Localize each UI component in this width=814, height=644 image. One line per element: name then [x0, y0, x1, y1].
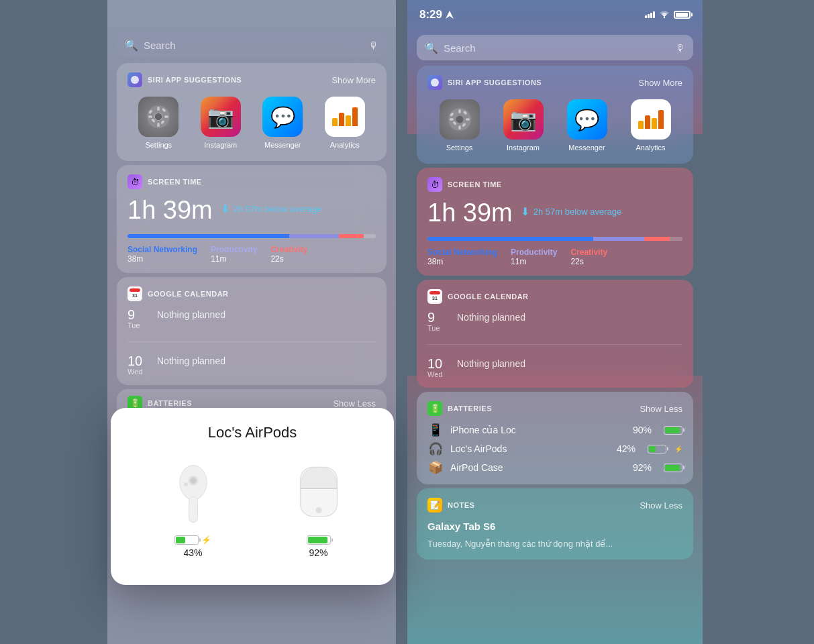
svg-point-17 [431, 78, 439, 87]
right-app-instagram[interactable]: 📷 Instagram [503, 99, 544, 152]
right-battery-iphone: 📱 iPhone của Loc 90% [427, 423, 682, 437]
svg-point-16 [664, 17, 665, 18]
airpods-items: ⚡ 43% 9 [127, 455, 378, 558]
airpods-battery-pct: 42% [617, 443, 635, 454]
right-cal-entry-0: 9 Tue Nothing planned [427, 311, 682, 332]
svg-point-34 [190, 478, 196, 484]
right-search-icon: 🔍 [425, 42, 438, 54]
right-app-messenger[interactable]: 💬 Messenger [567, 99, 607, 152]
right-cal-date-0: 9 Tue [427, 311, 448, 332]
right-screentime-duration: 1h 39m [427, 199, 513, 227]
left-calendar-header-left: 31 GOOGLE CALENDAR [128, 286, 229, 301]
left-cat-prod-time: 11m [211, 254, 257, 264]
right-notes-header: 📝 NOTES Show Less [427, 498, 682, 513]
airpod-case-battery: 92% [307, 535, 331, 558]
right-prog-productivity [593, 237, 644, 241]
left-siri-header: SIRI APP SUGGESTIONS Show More [128, 72, 376, 87]
right-show-more-btn[interactable]: Show More [638, 78, 682, 88]
right-batteries-show-less[interactable]: Show Less [640, 404, 682, 414]
svg-rect-19 [458, 109, 461, 113]
left-top-bar [107, 0, 396, 27]
svg-point-0 [131, 76, 139, 84]
right-cal-event-0: Nothing planned [457, 312, 525, 323]
airpods-battery-bar [648, 445, 666, 453]
left-mic-icon[interactable]: 🎙 [368, 40, 378, 51]
right-cat-productivity: Productivity 11m [511, 248, 557, 266]
signal-icon [645, 11, 655, 18]
airpods-device-name: Loc's AirPods [450, 443, 610, 454]
right-cal-event-1: Nothing planned [457, 358, 525, 369]
airpod-left-batt-bar [174, 535, 199, 545]
svg-text:31: 31 [432, 296, 438, 301]
airpod-left-batt-indicator: ⚡ [174, 535, 211, 545]
right-cat-prod-time: 11m [511, 257, 557, 266]
right-screentime-icon: ⏱ [427, 177, 442, 192]
left-app-messenger[interactable]: 💬 Messenger [262, 97, 303, 149]
left-batteries-show[interactable]: Show Less [333, 398, 376, 409]
status-time: 8:29 [419, 8, 454, 21]
left-cat-social: Social Networking 38m [128, 245, 197, 264]
right-app-analytics[interactable]: Analytics [631, 99, 671, 152]
right-cat-prod-name: Productivity [511, 248, 557, 257]
svg-point-11 [155, 113, 162, 121]
left-siri-icon [128, 72, 142, 87]
left-cat-creat-time: 22s [270, 254, 307, 264]
left-cal-dayname-0: Tue [128, 321, 148, 329]
left-siri-card: SIRI APP SUGGESTIONS Show More [117, 63, 387, 161]
left-app-settings[interactable]: Settings [138, 97, 179, 149]
right-analytics-icon [631, 99, 671, 140]
right-siri-icon [427, 75, 442, 90]
right-calendar-header-left: 31 GOOGLE CALENDAR [427, 289, 529, 304]
airpods-popup-title: Loc's AirPods [127, 424, 378, 441]
left-screentime-header: ⏱ SCREEN TIME [128, 174, 376, 189]
svg-point-38 [315, 507, 321, 513]
left-analytics-label: Analytics [330, 141, 360, 149]
battery-status-icon [674, 11, 691, 19]
right-settings-icon [440, 99, 480, 140]
left-cal-dayname-1: Wed [128, 368, 148, 376]
right-search-bar[interactable]: 🔍 Search 🎙 [417, 35, 693, 60]
right-prog-creativity [644, 237, 670, 241]
right-calendar-card: 31 GOOGLE CALENDAR 9 Tue Nothing planned [417, 280, 693, 388]
svg-rect-29 [429, 291, 440, 294]
airpods-device-icon: 🎧 [427, 441, 444, 456]
right-screen-categories: Social Networking 38m Productivity 11m C… [427, 248, 682, 266]
left-screentime-title: SCREEN TIME [148, 178, 202, 186]
right-screentime-header-left: ⏱ SCREEN TIME [427, 177, 502, 192]
right-mic-icon[interactable]: 🎙 [675, 42, 685, 54]
svg-text:31: 31 [132, 293, 138, 298]
left-calendar-icon: 31 [128, 286, 142, 301]
left-siri-title: SIRI APP SUGGESTIONS [148, 76, 242, 84]
right-screentime-header: ⏱ SCREEN TIME [427, 177, 682, 192]
right-notes-show-less[interactable]: Show Less [640, 500, 682, 511]
right-cal-daynum-0: 9 [427, 311, 448, 324]
left-cat-creativity: Creativity 22s [270, 245, 307, 264]
right-siri-card: SIRI APP SUGGESTIONS Show More [417, 66, 693, 164]
left-messenger-icon: 💬 [262, 97, 303, 137]
right-battery-case: 📦 AirPod Case 92% [427, 460, 682, 475]
iphone-battery-pct: 90% [633, 425, 652, 435]
left-search-bar[interactable]: 🔍 Search 🎙 [117, 32, 387, 58]
right-apps-grid: Settings 📷 Instagram 💬 Messenger [427, 97, 682, 154]
left-show-more-btn[interactable]: Show More [332, 75, 376, 85]
left-app-instagram[interactable]: 📷 Instagram [201, 97, 241, 149]
right-prog-social [427, 237, 593, 241]
airpod-case-batt-bar [307, 535, 331, 545]
airpod-case-pct: 92% [309, 547, 327, 558]
case-battery-bar [664, 464, 682, 472]
right-battery-airpods: 🎧 Loc's AirPods 42% ⚡ [427, 441, 682, 456]
left-cal-entry-1: 10 Wed Nothing planned [128, 354, 376, 376]
left-app-analytics[interactable]: Analytics [325, 97, 365, 149]
right-app-settings[interactable]: Settings [440, 99, 480, 152]
left-settings-label: Settings [145, 141, 172, 149]
left-instagram-label: Instagram [204, 141, 237, 149]
left-messenger-label: Messenger [264, 141, 301, 149]
svg-rect-4 [157, 123, 160, 127]
iphone-device-icon: 📱 [427, 423, 444, 437]
right-calendar-header: 31 GOOGLE CALENDAR [427, 289, 682, 304]
left-calendar-title: GOOGLE CALENDAR [148, 290, 229, 298]
time-text: 8:29 [419, 8, 442, 21]
right-notes-card: 📝 NOTES Show Less Galaxy Tab S6 Tuesday,… [417, 488, 693, 559]
right-calendar-title: GOOGLE CALENDAR [448, 292, 529, 301]
svg-rect-13 [130, 288, 140, 292]
